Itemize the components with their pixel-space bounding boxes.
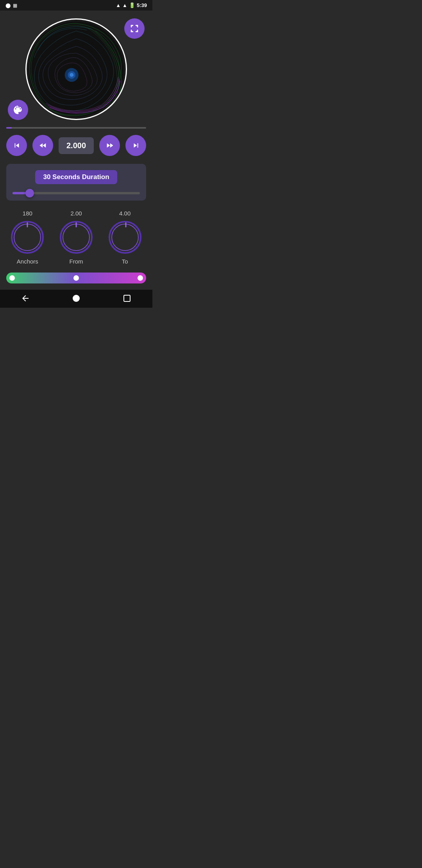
- to-knob[interactable]: [107, 220, 143, 255]
- skip-forward-icon: [132, 141, 140, 150]
- expand-icon: [130, 24, 139, 33]
- from-value: 2.00: [70, 210, 82, 217]
- from-label: From: [69, 258, 83, 265]
- home-button[interactable]: [72, 294, 81, 303]
- skip-back-icon: [13, 141, 21, 150]
- svg-point-0: [29, 22, 124, 117]
- gradient-dot-right[interactable]: [138, 275, 143, 281]
- recents-button[interactable]: [122, 294, 132, 303]
- palette-button[interactable]: [8, 100, 28, 120]
- wifi-icon: ▲: [116, 2, 121, 8]
- rewind-button[interactable]: [32, 135, 53, 156]
- from-knob[interactable]: [59, 220, 94, 255]
- to-value: 4.00: [119, 210, 131, 217]
- palette-icon: [13, 105, 23, 115]
- status-right: ▲ ▲ 🔋 5:39: [116, 2, 147, 8]
- to-knob-item: 4.00 To: [107, 210, 143, 265]
- progress-bar-fill: [6, 127, 12, 129]
- svg-point-11: [112, 224, 138, 251]
- notification-icon: ⬤: [5, 3, 11, 8]
- battery-icon: 🔋: [129, 2, 135, 8]
- from-knob-item: 2.00 From: [59, 210, 94, 265]
- to-label: To: [122, 258, 128, 265]
- signal-icon: ▲: [122, 2, 127, 8]
- svg-point-10: [109, 222, 141, 253]
- back-icon: [21, 294, 30, 303]
- canvas-area: [0, 11, 152, 124]
- knobs-row: 180 Anchors 2.00 From 4.00 To: [0, 204, 152, 273]
- progress-bar-wrap[interactable]: [0, 124, 152, 130]
- svg-point-13: [73, 295, 80, 302]
- skip-forward-button[interactable]: [125, 135, 146, 156]
- spirograph-svg: [27, 20, 126, 119]
- gradient-bar[interactable]: [6, 273, 146, 283]
- svg-point-8: [63, 224, 89, 251]
- status-icons: ⬤ ▦: [5, 3, 17, 8]
- transport-controls: 2.000: [0, 130, 152, 161]
- recents-icon: [122, 294, 132, 303]
- fast-forward-icon: [106, 141, 114, 150]
- progress-bar-track[interactable]: [6, 127, 146, 129]
- expand-button[interactable]: [124, 18, 145, 39]
- spirograph-display: [25, 18, 127, 120]
- home-icon: [72, 294, 81, 303]
- status-bar: ⬤ ▦ ▲ ▲ 🔋 5:39: [0, 0, 152, 11]
- skip-back-button[interactable]: [6, 135, 27, 156]
- svg-point-5: [14, 224, 41, 251]
- time: 5:39: [137, 2, 147, 8]
- sim-icon: ▦: [13, 3, 17, 8]
- anchors-value: 180: [23, 210, 32, 217]
- svg-rect-14: [124, 295, 130, 301]
- anchors-knob-item: 180 Anchors: [10, 210, 45, 265]
- duration-slider[interactable]: [13, 192, 140, 194]
- back-button[interactable]: [21, 294, 30, 303]
- anchors-knob[interactable]: [10, 220, 45, 255]
- duration-slider-thumb[interactable]: [25, 189, 34, 197]
- nav-bar: [0, 290, 152, 308]
- svg-point-3: [70, 73, 73, 77]
- gradient-dot-left[interactable]: [9, 275, 15, 281]
- fast-forward-button[interactable]: [99, 135, 120, 156]
- speed-display: 2.000: [59, 137, 94, 154]
- duration-label-wrap: 30 Seconds Duration: [13, 170, 140, 190]
- anchors-label: Anchors: [17, 258, 38, 265]
- duration-label: 30 Seconds Duration: [35, 170, 117, 184]
- duration-panel: 30 Seconds Duration: [6, 164, 146, 201]
- rewind-icon: [39, 141, 47, 150]
- gradient-dot-center[interactable]: [73, 275, 79, 281]
